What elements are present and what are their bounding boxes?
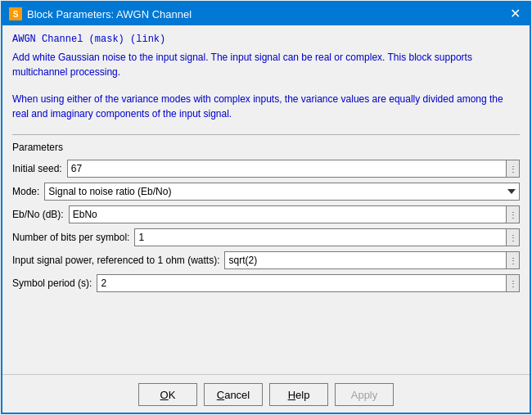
main-window: S Block Parameters: AWGN Channel ✕ AWGN … [1, 1, 531, 414]
help-button[interactable]: Help [269, 383, 328, 406]
ok-underline: O [160, 389, 169, 401]
ebno-menu-btn[interactable]: ⋮ [507, 205, 520, 223]
cancel-underline: C [217, 389, 224, 401]
signal-power-menu-btn[interactable]: ⋮ [507, 251, 520, 269]
ebno-label: Eb/No (dB): [12, 209, 64, 220]
help-label: Help [288, 389, 310, 401]
bits-per-symbol-input[interactable] [134, 228, 507, 246]
mode-select[interactable]: Signal to noise ratio (Eb/No) Signal to … [44, 183, 520, 201]
bits-per-symbol-input-wrapper: ⋮ [134, 228, 520, 246]
mode-row: Mode: Signal to noise ratio (Eb/No) Sign… [12, 183, 520, 201]
description-para2: When using either of the variance modes … [12, 92, 520, 121]
apply-button[interactable]: Apply [335, 383, 394, 406]
ok-button[interactable]: OK [138, 383, 197, 406]
separator-1 [12, 134, 520, 135]
bits-per-symbol-row: Number of bits per symbol: ⋮ [12, 228, 520, 246]
signal-power-row: Input signal power, referenced to 1 ohm … [12, 251, 520, 269]
ok-label: OK [160, 389, 176, 401]
ebno-input-wrapper: ⋮ [69, 205, 520, 223]
ebno-row: Eb/No (dB): ⋮ [12, 205, 520, 223]
description-section: AWGN Channel (mask) (link) Add white Gau… [12, 34, 520, 121]
window-icon: S [9, 7, 22, 20]
title-bar-left: S Block Parameters: AWGN Channel [9, 7, 192, 20]
initial-seed-label: Initial seed: [12, 163, 62, 174]
title-bar: S Block Parameters: AWGN Channel ✕ [2, 2, 530, 25]
content-area: AWGN Channel (mask) (link) Add white Gau… [2, 25, 530, 374]
symbol-period-input-wrapper: ⋮ [97, 274, 520, 292]
signal-power-label: Input signal power, referenced to 1 ohm … [12, 255, 219, 266]
bits-per-symbol-label: Number of bits per symbol: [12, 232, 129, 243]
symbol-period-menu-btn[interactable]: ⋮ [507, 274, 520, 292]
signal-power-input-wrapper: ⋮ [224, 251, 520, 269]
initial-seed-menu-btn[interactable]: ⋮ [507, 160, 520, 178]
parameters-section-label: Parameters [12, 142, 520, 153]
ebno-input[interactable] [69, 205, 507, 223]
symbol-period-label: Symbol period (s): [12, 277, 92, 289]
close-button[interactable]: ✕ [507, 6, 523, 22]
symbol-period-row: Symbol period (s): ⋮ [12, 274, 520, 292]
help-underline: H [288, 389, 295, 401]
initial-seed-input[interactable] [67, 160, 507, 178]
symbol-period-input[interactable] [97, 274, 507, 292]
cancel-label: Cancel [217, 389, 250, 401]
signal-power-input[interactable] [224, 251, 507, 269]
initial-seed-row: Initial seed: ⋮ [12, 160, 520, 178]
description-para1: Add white Gaussian noise to the input si… [12, 50, 520, 79]
bits-per-symbol-menu-btn[interactable]: ⋮ [507, 228, 520, 246]
mask-link-line[interactable]: AWGN Channel (mask) (link) [12, 34, 520, 45]
window-title: Block Parameters: AWGN Channel [27, 8, 192, 20]
mode-select-wrapper: Signal to noise ratio (Eb/No) Signal to … [44, 183, 520, 201]
mode-label: Mode: [12, 186, 39, 197]
footer-buttons: OK Cancel Help Apply [2, 374, 530, 413]
cancel-button[interactable]: Cancel [204, 383, 263, 406]
initial-seed-input-wrapper: ⋮ [67, 160, 520, 178]
